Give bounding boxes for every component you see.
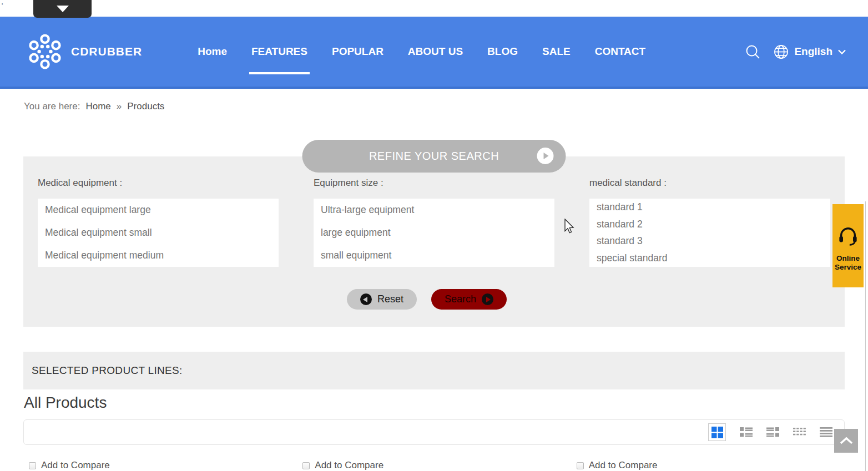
nav-item-blog[interactable]: BLOG <box>487 45 518 58</box>
add-to-compare: Add to Compare <box>571 460 845 471</box>
breadcrumb-prefix: You are here: <box>24 101 80 112</box>
view-toolbar <box>23 419 845 445</box>
language-label: English <box>794 45 832 58</box>
filter-option[interactable]: special standard <box>589 250 830 267</box>
search-icon[interactable] <box>745 44 760 59</box>
top-strip: . <box>0 0 868 17</box>
scroll-to-top-button[interactable] <box>834 429 858 453</box>
top-dropdown-button[interactable] <box>33 0 92 18</box>
table-view-icon <box>793 428 806 437</box>
compare-label[interactable]: Add to Compare <box>315 460 383 471</box>
arrow-right-circle-icon <box>482 293 493 305</box>
filter-option[interactable]: Medical equipment large <box>38 199 279 221</box>
view-grid-button[interactable] <box>708 423 726 441</box>
search-button[interactable]: Search <box>431 289 507 310</box>
list-view-icon <box>740 427 753 437</box>
logo-icon <box>28 32 62 72</box>
logo[interactable]: CDRUBBER <box>28 32 142 72</box>
filter-options-list: Medical equipment large Medical equipmen… <box>38 199 279 267</box>
page-title: All Products <box>24 394 868 412</box>
headset-icon <box>837 226 859 246</box>
compare-label[interactable]: Add to Compare <box>589 460 658 471</box>
arrow-left-circle-icon <box>360 293 372 305</box>
reset-button[interactable]: Reset <box>347 289 417 310</box>
refine-search-button[interactable]: REFINE YOUR SEARCH <box>302 140 566 173</box>
refine-actions: Reset Search <box>31 289 823 310</box>
breadcrumb-separator: » <box>117 101 122 112</box>
filter-option[interactable]: standard 2 <box>589 216 830 233</box>
mouse-cursor <box>564 219 575 234</box>
breadcrumb-home-link[interactable]: Home <box>85 101 110 112</box>
header-right: English <box>745 44 846 59</box>
add-to-compare: Add to Compare <box>297 460 571 471</box>
lines-view-icon <box>820 427 832 437</box>
nav-item-home[interactable]: Home <box>198 45 227 58</box>
online-service-label-line1: Online <box>835 254 861 263</box>
corner-artifact: . <box>1 0 3 6</box>
filter-option[interactable]: Medical equipment medium <box>38 244 279 267</box>
logo-text: CDRUBBER <box>71 45 142 58</box>
nav-item-features[interactable]: FEATURES <box>251 45 307 58</box>
filter-option[interactable]: standard 3 <box>589 232 830 250</box>
compare-checkbox[interactable] <box>29 462 36 469</box>
filter-option[interactable]: small equipment <box>314 244 554 267</box>
filter-option[interactable]: Medical equipment small <box>38 221 279 244</box>
filter-medical-equipment: Medical equipment : Medical equipment la… <box>38 178 279 267</box>
nav-item-popular[interactable]: POPULAR <box>332 45 383 58</box>
filter-options-list: Ultra-large equipment large equipment sm… <box>314 199 554 267</box>
view-table-button[interactable] <box>793 428 806 437</box>
view-lines-button[interactable] <box>820 427 832 437</box>
breadcrumb-current: Products <box>127 101 164 112</box>
refine-panel: Medical equipment : Medical equipment la… <box>23 156 845 327</box>
compare-checkbox[interactable] <box>577 462 584 469</box>
filter-option[interactable]: large equipment <box>314 221 554 244</box>
refine-section: REFINE YOUR SEARCH Medical equipment : M… <box>23 156 845 327</box>
compare-checkbox[interactable] <box>302 462 310 469</box>
view-list-alt-button[interactable] <box>766 427 779 437</box>
filter-option[interactable]: standard 1 <box>589 199 830 216</box>
reset-label: Reset <box>377 293 403 305</box>
online-service-badge[interactable]: Online Service <box>832 204 864 287</box>
chevron-up-icon <box>840 437 853 444</box>
chevron-down-icon <box>838 49 846 54</box>
filter-label: medical standard : <box>589 178 830 189</box>
breadcrumb: You are here: Home » Products <box>24 101 868 112</box>
nav-item-sale[interactable]: SALE <box>542 45 571 58</box>
globe-icon <box>774 44 789 59</box>
refine-search-label: REFINE YOUR SEARCH <box>369 150 499 163</box>
product-compare-row: Add to Compare Add to Compare Add to Com… <box>23 460 845 471</box>
nav-item-about-us[interactable]: ABOUT US <box>408 45 463 58</box>
filter-option[interactable]: Ultra-large equipment <box>314 199 554 221</box>
compare-label[interactable]: Add to Compare <box>41 460 110 471</box>
arrow-right-circle-icon <box>537 148 554 164</box>
page-edge-line <box>865 201 866 471</box>
grid-view-icon <box>711 427 723 438</box>
main-nav: Home FEATURES POPULAR ABOUT US BLOG SALE… <box>198 45 645 58</box>
list-alt-view-icon <box>766 427 779 437</box>
filter-label: Equipment size : <box>314 178 554 189</box>
nav-item-contact[interactable]: CONTACT <box>595 45 645 58</box>
selected-product-lines-bar: SELECTED PRODUCT LINES: <box>23 352 845 389</box>
selected-product-lines-label: SELECTED PRODUCT LINES: <box>32 364 183 377</box>
view-list-button[interactable] <box>740 427 753 437</box>
language-selector[interactable]: English <box>774 44 846 59</box>
add-to-compare: Add to Compare <box>23 460 297 471</box>
filter-medical-standard: medical standard : standard 1 standard 2… <box>589 178 830 267</box>
search-label: Search <box>445 293 476 305</box>
online-service-label-line2: Service <box>835 263 861 272</box>
page: . CDRUBBER Home FEATURES POPULAR ABO <box>0 0 868 471</box>
caret-down-icon <box>57 6 69 12</box>
filter-options-list: standard 1 standard 2 standard 3 special… <box>589 199 830 267</box>
filter-equipment-size: Equipment size : Ultra-large equipment l… <box>314 178 554 267</box>
main-header: CDRUBBER Home FEATURES POPULAR ABOUT US … <box>0 17 868 89</box>
filter-label: Medical equipment : <box>38 178 279 189</box>
